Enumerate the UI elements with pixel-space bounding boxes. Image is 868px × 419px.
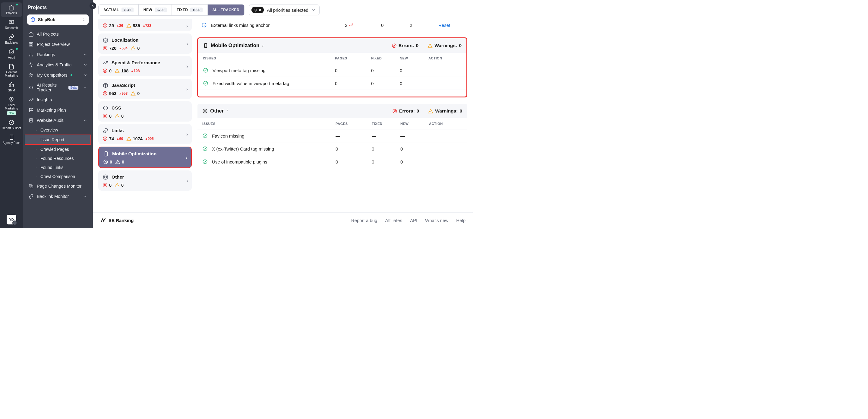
warn-delta: 722 (143, 24, 151, 28)
rail-local[interactable]: Local Marketing New (1, 94, 22, 117)
nav-backlink-monitor[interactable]: Backlink Monitor (25, 191, 90, 202)
brand[interactable]: SE Ranking (100, 217, 133, 223)
rail-report[interactable]: Report Builder (1, 117, 22, 132)
footer-api[interactable]: API (410, 218, 417, 223)
footer-help[interactable]: Help (456, 218, 466, 223)
ok-icon (202, 146, 208, 151)
cat-javascript[interactable]: › JavaScript 953 953 0 (98, 79, 192, 99)
project-selector[interactable]: ShipBob (27, 14, 89, 25)
nav-project-overview[interactable]: Project Overview (25, 39, 90, 50)
subnav-found-links[interactable]: Found Links (25, 163, 90, 172)
collapse-sidebar-button[interactable] (90, 2, 96, 9)
cat-mobile[interactable]: › Mobile Optimization 0 0 (98, 147, 192, 168)
group-icon (28, 72, 34, 78)
nav-ai-tracker[interactable]: AI Results TrackerBeta (25, 80, 90, 95)
rail-agency[interactable]: Agency Pack (1, 132, 22, 147)
svg-point-26 (103, 175, 108, 179)
cat-other[interactable]: › Other 0 0 (98, 171, 192, 191)
info-sup-icon[interactable]: i (262, 44, 263, 47)
project-name: ShipBob (38, 17, 56, 22)
tab-label: ACTUAL (103, 8, 119, 12)
tab-new[interactable]: NEW6799 (139, 4, 172, 16)
table-row: X (ex-Twitter) Card tag missing 0 0 0 (197, 142, 467, 155)
nav-all-projects[interactable]: All Projects (25, 29, 90, 39)
subnav-crawl-comparison[interactable]: Crawl Comparison (25, 172, 90, 181)
reset-link[interactable]: Reset (438, 23, 450, 28)
nav-label: Project Overview (37, 42, 70, 47)
footer-affiliates[interactable]: Affiliates (385, 218, 402, 223)
cat-speed[interactable]: › Speed & Performance 0 108 108 (98, 56, 192, 76)
th-fixed: FIXED (371, 56, 400, 60)
cat-css[interactable]: CSS 0 0 (98, 101, 192, 122)
footer-report-bug[interactable]: Report a bug (351, 218, 377, 223)
nav-label: All Projects (37, 32, 59, 36)
pin-icon (8, 96, 15, 103)
err-count: 0 (109, 114, 112, 119)
ok-icon (203, 81, 208, 86)
nav-insights[interactable]: Insights (25, 95, 90, 105)
svg-rect-9 (29, 45, 31, 47)
target-icon (202, 108, 208, 114)
warn-count: 0 (137, 46, 140, 51)
svg-point-27 (104, 176, 107, 178)
nav-rankings[interactable]: Rankings (25, 50, 90, 60)
target-icon (102, 174, 108, 180)
monitor-icon (8, 19, 15, 26)
grid-icon (28, 41, 34, 47)
c-pages: 0 (335, 81, 371, 86)
nav-page-changes[interactable]: Page Changes Monitor (25, 181, 90, 191)
c-pages: 0 (335, 68, 371, 73)
link-icon (8, 34, 15, 40)
tab-fixed[interactable]: FIXED1056 (172, 4, 208, 16)
rail-backlinks[interactable]: Backlinks (1, 32, 22, 47)
panel-title-text: Mobile Optimization (211, 42, 259, 49)
user-avatar[interactable]: YD (7, 215, 16, 225)
issue-label[interactable]: X (ex-Twitter) Card tag missing (212, 146, 274, 151)
table-head: ISSUES PAGES FIXED NEW ACTION (197, 118, 467, 129)
brand-text: SE Ranking (108, 218, 133, 223)
issue-label[interactable]: External links missing anchor (211, 23, 270, 28)
chevron-right-icon: › (186, 154, 188, 160)
footer-whats-new[interactable]: What's new (425, 218, 448, 223)
cat-localization[interactable]: › Localization 720 534 0 (98, 33, 192, 54)
rail-content[interactable]: Content Marketing (1, 62, 22, 80)
priority-pill[interactable]: 3✕ (251, 7, 264, 13)
subnav-crawled-pages[interactable]: Crawled Pages (25, 145, 90, 154)
diff-icon (28, 183, 34, 189)
cat-title-text: Other (112, 174, 124, 180)
table-head: ISSUES PAGES FIXED NEW ACTION (198, 53, 466, 64)
tab-count: 7642 (122, 7, 133, 12)
nav-competitors[interactable]: My Competitors (25, 70, 90, 80)
issue-label[interactable]: Viewport meta tag missing (213, 68, 266, 73)
issue-label[interactable]: Use of incompatible plugins (212, 159, 267, 164)
subnav-issue-report[interactable]: Issue Report (25, 134, 91, 145)
nav-website-audit[interactable]: Website Audit (25, 115, 90, 125)
issue-label[interactable]: Fixed width value in viewport meta tag (213, 81, 289, 86)
issue-label[interactable]: Favicon missing (212, 133, 245, 139)
nav-analytics[interactable]: Analytics & Traffic (25, 60, 90, 70)
link-icon (28, 194, 34, 199)
nav-marketing-plan[interactable]: Marketing Plan (25, 105, 90, 115)
info-sup-icon[interactable]: i (227, 109, 227, 113)
cat-usability[interactable]: › 29 26 935 722 (98, 19, 192, 31)
close-icon[interactable]: ✕ (258, 7, 262, 12)
rail-projects[interactable]: Projects (1, 2, 22, 17)
warnings-label: Warnings: (435, 108, 458, 114)
rail-label: Audit (8, 56, 15, 59)
cat-links[interactable]: › Links 74 60 1074 905 (98, 124, 192, 144)
rail-smm[interactable]: SMM (1, 80, 22, 94)
chevron-down-icon (311, 8, 316, 12)
subnav-found-resources[interactable]: Found Resources (25, 154, 90, 163)
rail-audit[interactable]: Audit (1, 47, 22, 62)
warn-count: 1074 (133, 136, 143, 141)
issue-tables: External links missing anchor 22 0 2 Res… (197, 19, 467, 228)
priority-selector[interactable]: 3✕ All priorities selected (249, 4, 319, 16)
subnav-overview[interactable]: Overview (25, 125, 90, 134)
tab-actual[interactable]: ACTUAL7642 (99, 4, 139, 16)
chevron-right-icon: › (186, 86, 188, 92)
tab-all-tracked[interactable]: ALL TRACKED (208, 4, 245, 16)
rail-research[interactable]: Research (1, 17, 22, 32)
cat-title-text: JavaScript (112, 83, 135, 88)
updown-icon (82, 18, 86, 22)
warn-count: 108 (121, 68, 128, 73)
